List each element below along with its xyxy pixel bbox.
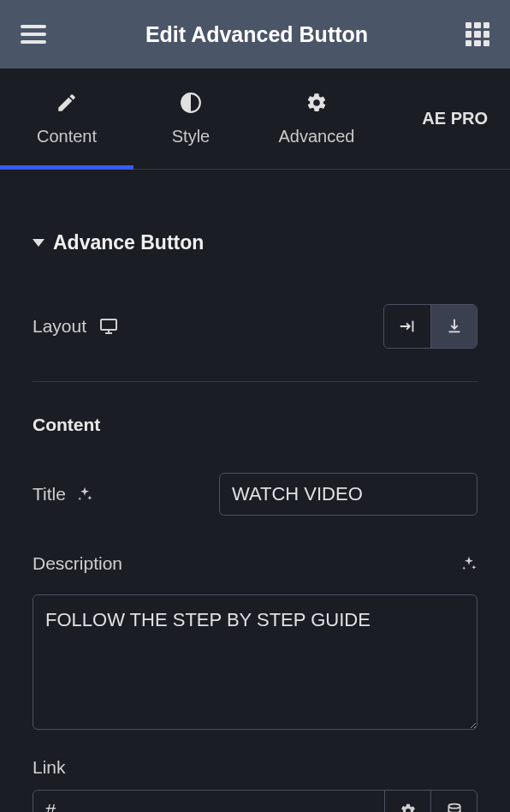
field-label-text: Description — [33, 553, 122, 574]
tab-style[interactable]: Style — [133, 69, 248, 169]
field-title: Title — [33, 461, 477, 528]
title-label-group: Title — [33, 484, 93, 505]
tab-advanced[interactable]: Advanced — [248, 69, 385, 169]
tab-aepro[interactable]: AE PRO — [422, 69, 510, 169]
section-title: Advance Button — [53, 231, 204, 254]
section-toggle-advance-button[interactable]: Advance Button — [33, 170, 477, 280]
gear-icon — [400, 803, 417, 812]
control-layout: Layout — [33, 280, 477, 373]
svg-rect-1 — [101, 319, 116, 330]
layout-horizontal-button[interactable] — [384, 305, 430, 348]
sparkle-icon[interactable] — [76, 486, 93, 503]
content-subheading: Content — [33, 382, 477, 461]
editor-header: Edit Advanced Button — [0, 0, 510, 69]
description-input[interactable] — [33, 594, 477, 730]
header-title: Edit Advanced Button — [145, 22, 368, 47]
database-icon — [446, 803, 463, 812]
title-input[interactable] — [219, 473, 477, 516]
layout-label-group: Layout — [33, 316, 119, 337]
tab-label: Content — [37, 127, 97, 146]
arrow-right-to-line-icon — [398, 317, 417, 336]
tab-bar: Content Style Advanced AE PRO — [0, 69, 510, 170]
layout-vertical-button[interactable] — [430, 305, 477, 348]
arrow-down-to-line-icon — [445, 317, 464, 336]
apps-button[interactable] — [466, 22, 489, 46]
desktop-icon[interactable] — [98, 316, 119, 337]
control-label-text: Layout — [33, 316, 86, 337]
tab-label: Advanced — [279, 127, 355, 146]
tab-content[interactable]: Content — [0, 69, 133, 169]
sparkle-icon[interactable] — [460, 555, 477, 572]
gear-icon — [305, 91, 329, 115]
half-circle-icon — [179, 91, 203, 115]
link-input-group — [33, 790, 477, 812]
tab-label: AE PRO — [422, 109, 488, 128]
dynamic-tags-button[interactable] — [430, 791, 477, 812]
panel-body: Advance Button Layout Content Tit — [0, 170, 510, 812]
tab-label: Style — [172, 127, 210, 146]
caret-down-icon — [33, 239, 44, 247]
link-input[interactable] — [33, 791, 384, 812]
description-wrap — [33, 582, 477, 733]
field-label-text: Link — [33, 733, 477, 790]
link-options-button[interactable] — [384, 791, 430, 812]
svg-point-8 — [448, 804, 460, 809]
pencil-icon — [55, 91, 79, 115]
field-description-header: Description — [33, 528, 477, 582]
field-label-text: Title — [33, 484, 66, 505]
layout-toggle-group — [383, 304, 477, 349]
menu-button[interactable] — [21, 21, 48, 48]
